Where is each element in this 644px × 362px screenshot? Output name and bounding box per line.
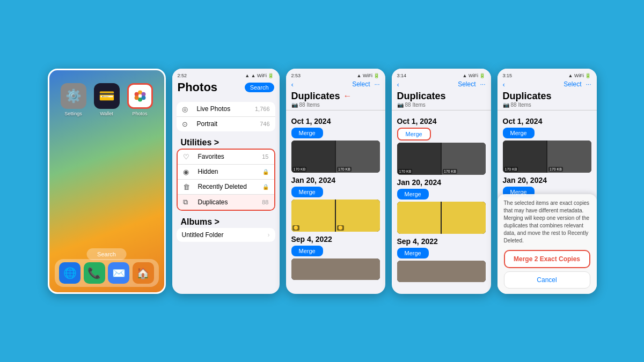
svg-point-6 xyxy=(138,94,141,97)
content-4: Oct 1, 2024 Merge 170 KB 170 KB Jan 20, … xyxy=(392,110,491,287)
favorites-icon: ♡ xyxy=(183,153,194,161)
media-types-section: ◎ Live Photos 1,766 ⊙ Portrait 746 xyxy=(177,102,275,131)
live-photos-item[interactable]: ◎ Live Photos 1,766 xyxy=(177,102,275,117)
photos-title: Photos xyxy=(178,80,218,94)
back-button-3[interactable]: ‹ xyxy=(291,80,294,88)
photos-app[interactable]: Photos xyxy=(127,83,153,116)
settings-app[interactable]: ⚙️ Settings xyxy=(60,83,87,116)
photo-strip-jan-3: 🟡 🟡 xyxy=(291,200,380,232)
subtitle-3: 📷 88 Items xyxy=(291,102,380,108)
more-button-4[interactable]: ··· xyxy=(480,80,485,88)
photo-thumb-s1 xyxy=(291,258,380,280)
live-photos-icon: ◎ xyxy=(182,105,193,113)
merge-btn-jan-3[interactable]: Merge xyxy=(291,187,323,197)
photos-label: Photos xyxy=(132,111,147,116)
more-button-3[interactable]: ··· xyxy=(374,80,379,88)
portrait-icon: ⊙ xyxy=(182,120,193,128)
screen3-duplicates: 2:53 ▲ WiFi 🔋 ‹ Select ··· Duplicates ← … xyxy=(286,69,385,294)
nav-actions-3: Select ··· xyxy=(352,80,379,88)
photo-thumb-2: 170 KB xyxy=(336,141,380,173)
merge-btn-oct-5[interactable]: Merge xyxy=(503,128,535,138)
screen2-photos-list: 2:52 ▲ ▲ WiFi 🔋 Photos Search ◎ Live Pho… xyxy=(172,69,280,294)
wallet-app[interactable]: 💳 Wallet xyxy=(93,83,120,116)
title-row-3: Duplicates ← xyxy=(291,91,380,102)
screen3-header: 2:53 ▲ WiFi 🔋 ‹ Select ··· Duplicates ← … xyxy=(286,69,385,110)
untitled-folder-item[interactable]: Untitled Folder › xyxy=(177,228,275,242)
modal-description: The selected items are exact copies that… xyxy=(504,200,590,245)
merge-btn-jan-4[interactable]: Merge xyxy=(397,189,429,200)
svg-point-4 xyxy=(134,95,138,100)
photo-thumb-5-2: 170 KB xyxy=(547,141,591,173)
portrait-item[interactable]: ⊙ Portrait 746 xyxy=(177,117,275,131)
photo-thumb-4y2 xyxy=(442,202,486,234)
content-3: Oct 1, 2024 Merge 170 KB 170 KB Jan 20, … xyxy=(286,110,385,285)
more-button-5[interactable]: ··· xyxy=(586,80,591,88)
back-button-5[interactable]: ‹ xyxy=(503,80,505,88)
select-button-3[interactable]: Select xyxy=(352,80,370,88)
merge-modal: The selected items are exact copies that… xyxy=(497,194,597,294)
hidden-item[interactable]: ◉ Hidden 🔒 xyxy=(178,165,274,180)
screen2-header: 2:52 ▲ ▲ WiFi 🔋 Photos Search xyxy=(172,69,280,100)
photo-thumb-1: 170 KB xyxy=(291,141,335,173)
select-button-4[interactable]: Select xyxy=(458,80,475,88)
duplicates-title-4: Duplicates xyxy=(397,91,486,102)
home-icon[interactable]: 🏠 xyxy=(133,262,154,284)
screen5-modal: 3:15 ▲ WiFi 🔋 ‹ Select ··· Duplicates 📷 … xyxy=(497,69,597,294)
merge-btn-oct-4-highlighted[interactable]: Merge xyxy=(397,128,431,141)
screen1-home: ⚙️ Settings 💳 Wallet xyxy=(48,69,166,294)
phone-icon[interactable]: 📞 xyxy=(84,262,105,284)
date-oct-3: Oct 1, 2024 xyxy=(291,117,380,125)
photo-strip-oct-3: 170 KB 170 KB xyxy=(291,141,380,173)
duplicates-title-5: Duplicates xyxy=(503,91,591,102)
subtitle-4: 📷 88 Items xyxy=(397,102,486,108)
albums-section: Albums > Untitled Folder › xyxy=(177,213,275,242)
favorites-item[interactable]: ♡ Favorites 15 xyxy=(178,150,274,165)
status-bar: 2:52 ▲ ▲ WiFi 🔋 xyxy=(178,73,274,78)
hidden-icon: ◉ xyxy=(183,168,194,176)
nav-bar-4: ‹ Select ··· xyxy=(397,80,486,88)
select-button-5[interactable]: Select xyxy=(564,80,581,88)
utilities-header[interactable]: Utilities > xyxy=(177,134,275,149)
photo-thumb-y1: 🟡 xyxy=(291,200,335,232)
date-jan-5: Jan 20, 2024 xyxy=(503,176,591,184)
merge-btn-oct-3[interactable]: Merge xyxy=(291,128,323,138)
photo-strip-oct-4: 170 KB 170 KB xyxy=(397,143,486,175)
photos-icon xyxy=(127,83,153,109)
settings-icon: ⚙️ xyxy=(61,83,86,109)
photo-thumb-4s1 xyxy=(397,261,486,282)
photo-thumb-y2: 🟡 xyxy=(336,200,380,232)
utilities-section-container: Utilities > ♡ Favorites 15 ◉ Hidden 🔒 🗑 … xyxy=(177,134,275,211)
date-jan-4: Jan 20, 2024 xyxy=(397,178,486,187)
albums-header[interactable]: Albums > xyxy=(177,213,275,228)
recently-deleted-item[interactable]: 🗑 Recently Deleted 🔒 xyxy=(178,180,274,195)
photo-strip-sep-4 xyxy=(397,261,486,282)
wallet-icon: 💳 xyxy=(94,83,120,109)
photo-strip-sep-3 xyxy=(291,258,380,280)
red-arrow-icon: ← xyxy=(343,91,352,101)
search-bar[interactable]: Search xyxy=(86,248,127,260)
mail-icon[interactable]: ✉️ xyxy=(108,262,129,284)
merge-btn-sep-3[interactable]: Merge xyxy=(291,246,323,256)
nav-actions-5: Select ··· xyxy=(564,80,591,88)
screen4-header: 3:14 ▲ WiFi 🔋 ‹ Select ··· Duplicates 📷 … xyxy=(392,69,491,110)
merge-exact-copies-button[interactable]: Merge 2 Exact Copies xyxy=(504,250,590,268)
duplicates-item[interactable]: ⧉ Duplicates 88 xyxy=(178,195,274,210)
subtitle-5: 📷 88 Items xyxy=(503,102,591,108)
screen4-duplicates-merge: 3:14 ▲ WiFi 🔋 ‹ Select ··· Duplicates 📷 … xyxy=(392,69,491,294)
merge-btn-sep-4[interactable]: Merge xyxy=(397,248,429,258)
utilities-list: ♡ Favorites 15 ◉ Hidden 🔒 🗑 Recently Del… xyxy=(177,149,275,211)
safari-icon[interactable]: 🌐 xyxy=(59,262,80,284)
photo-strip-jan-4 xyxy=(397,202,486,234)
search-button[interactable]: Search xyxy=(245,83,274,92)
settings-label: Settings xyxy=(64,111,82,116)
cancel-button[interactable]: Cancel xyxy=(504,271,590,289)
back-button-4[interactable]: ‹ xyxy=(397,80,399,88)
photo-thumb-4-2: 170 KB xyxy=(442,143,486,175)
photo-strip-oct-5: 170 KB 170 KB xyxy=(503,141,591,173)
recently-deleted-icon: 🗑 xyxy=(183,183,194,191)
status-bar-5: 3:15 ▲ WiFi 🔋 xyxy=(503,73,591,78)
duplicates-icon: ⧉ xyxy=(183,198,194,206)
nav-bar-5: ‹ Select ··· xyxy=(503,80,591,88)
title-row: Photos Search xyxy=(178,80,274,94)
photo-thumb-4y1 xyxy=(397,202,441,234)
